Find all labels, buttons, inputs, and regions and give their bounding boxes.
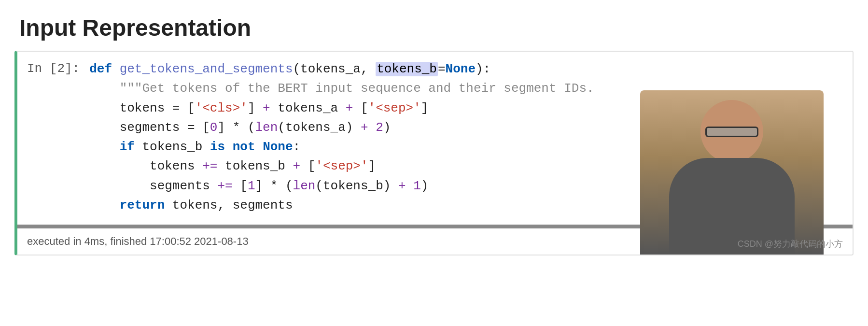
code-line-1: def get_tokens_and_segments(tokens_a, to… <box>89 59 848 79</box>
person-glasses <box>705 127 758 137</box>
presenter-camera <box>640 90 824 255</box>
cell-in-label: In [2]: <box>17 52 89 223</box>
notebook-cell: In [2]: def get_tokens_and_segments(toke… <box>14 51 854 255</box>
page-title: Input Representation <box>0 0 868 51</box>
watermark: CSDN @努力敲代码的小方 <box>738 238 843 250</box>
